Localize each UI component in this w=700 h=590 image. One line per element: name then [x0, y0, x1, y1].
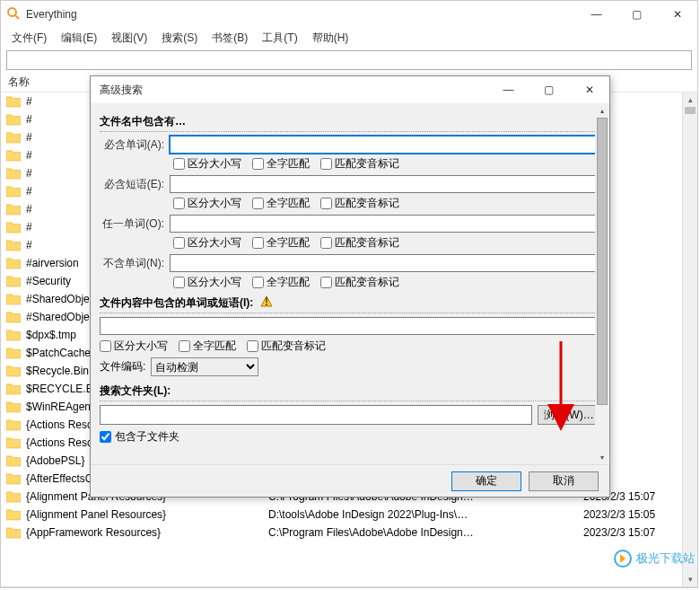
- dialog-scroll-down[interactable]: ▾: [595, 450, 609, 464]
- chk-case-4[interactable]: 区分大小写: [173, 275, 241, 290]
- row-name: {AppFramework Resources}: [26, 526, 268, 539]
- chk-whole-2[interactable]: 全字匹配: [252, 196, 310, 211]
- watermark-text: 极光下载站: [636, 550, 695, 567]
- chk-diac-4[interactable]: 匹配变音标记: [320, 275, 399, 290]
- row-phrase-options: 区分大小写 全字匹配 匹配变音标记: [173, 196, 600, 211]
- warning-icon: !: [260, 295, 273, 311]
- chk-whole-content[interactable]: 全字匹配: [179, 339, 236, 354]
- chk-case-2[interactable]: 区分大小写: [173, 196, 241, 211]
- cancel-button[interactable]: 取消: [529, 471, 599, 491]
- row-none: 不含单词(N):: [100, 254, 600, 272]
- dialog-scroll-thumb[interactable]: [597, 118, 608, 405]
- row-content: [100, 317, 600, 335]
- menu-bookmark[interactable]: 书签(B): [205, 29, 255, 48]
- input-folder[interactable]: [100, 405, 532, 425]
- row-any: 任一单词(O):: [100, 215, 600, 233]
- svg-text:!: !: [265, 295, 268, 308]
- advanced-search-dialog: 高级搜索 — ▢ ✕ 文件名中包含有… 必含单词(A): 区分大小写 全字匹配 …: [90, 75, 610, 498]
- label-phrase: 必含短语(E):: [100, 177, 170, 192]
- close-button[interactable]: ✕: [657, 1, 697, 28]
- menu-search[interactable]: 搜索(S): [154, 29, 205, 48]
- app-title: Everything: [26, 8, 576, 21]
- minimize-button[interactable]: —: [576, 1, 617, 28]
- scroll-up-arrow[interactable]: ▴: [683, 92, 697, 107]
- menu-tools[interactable]: 工具(T): [255, 29, 304, 48]
- chk-whole-4[interactable]: 全字匹配: [252, 275, 310, 290]
- row-phrase: 必含短语(E):: [100, 175, 600, 193]
- search-row: [1, 48, 697, 73]
- ok-button[interactable]: 确定: [451, 471, 521, 491]
- menu-view[interactable]: 视图(V): [104, 29, 154, 48]
- row-none-options: 区分大小写 全字匹配 匹配变音标记: [173, 275, 600, 290]
- table-row[interactable]: {Alignment Panel Resources}D:\tools\Adob…: [1, 506, 682, 524]
- menu-help[interactable]: 帮助(H): [305, 29, 356, 48]
- dialog-scrollbar[interactable]: ▴ ▾: [595, 103, 609, 464]
- row-content-options: 区分大小写 全字匹配 匹配变音标记: [100, 339, 600, 354]
- row-encoding: 文件编码: 自动检测: [100, 357, 600, 376]
- svg-line-1: [15, 15, 19, 19]
- section-filename: 文件名中包含有…: [100, 114, 600, 132]
- input-none[interactable]: [170, 254, 600, 272]
- vertical-scrollbar[interactable]: ▴ ▾: [682, 92, 697, 586]
- dialog-buttons: 确定 取消: [91, 464, 609, 497]
- chk-diac-2[interactable]: 匹配变音标记: [320, 196, 399, 211]
- row-path: D:\tools\Adobe InDesign 2022\Plug-Ins\…: [268, 508, 583, 521]
- label-encoding: 文件编码:: [100, 359, 145, 374]
- watermark: 极光下载站: [613, 549, 695, 568]
- row-date: 2023/2/3 15:05: [583, 508, 682, 521]
- row-folder: 浏览(W)…: [100, 405, 600, 425]
- chk-whole-3[interactable]: 全字匹配: [252, 235, 310, 251]
- scroll-thumb[interactable]: [685, 107, 696, 114]
- svg-point-0: [8, 8, 16, 16]
- chk-diac-3[interactable]: 匹配变音标记: [320, 235, 399, 251]
- watermark-icon: [613, 549, 633, 568]
- menubar: 文件(F) 编辑(E) 视图(V) 搜索(S) 书签(B) 工具(T) 帮助(H…: [1, 28, 697, 48]
- label-none: 不含单词(N):: [100, 256, 170, 271]
- dialog-maximize-button[interactable]: ▢: [529, 76, 569, 103]
- menu-file[interactable]: 文件(F): [4, 29, 54, 48]
- dialog-title: 高级搜索: [100, 83, 488, 98]
- label-any: 任一单词(O):: [100, 216, 170, 232]
- chk-case-3[interactable]: 区分大小写: [173, 235, 241, 251]
- input-any[interactable]: [170, 215, 600, 233]
- input-content[interactable]: [100, 317, 600, 335]
- section-folder: 搜索文件夹(L):: [100, 383, 600, 401]
- dialog-scroll-up[interactable]: ▴: [595, 103, 609, 118]
- chk-case-content[interactable]: 区分大小写: [100, 339, 168, 354]
- row-all-words: 必含单词(A):: [100, 136, 600, 154]
- input-phrase[interactable]: [170, 175, 600, 193]
- app-icon: [6, 6, 21, 23]
- dialog-minimize-button[interactable]: —: [488, 76, 529, 103]
- select-encoding[interactable]: 自动检测: [151, 357, 258, 376]
- row-subfolders: 包含子文件夹: [100, 429, 600, 445]
- dialog-titlebar: 高级搜索 — ▢ ✕: [91, 76, 609, 103]
- chk-whole-1[interactable]: 全字匹配: [252, 156, 310, 172]
- section-content: 文件内容中包含的单词或短语(I): !: [100, 295, 600, 313]
- row-date: 2023/2/3 15:07: [583, 526, 682, 539]
- maximize-button[interactable]: ▢: [617, 1, 657, 28]
- row-path: C:\Program Files\Adobe\Adobe InDesign…: [268, 526, 583, 539]
- chk-case-1[interactable]: 区分大小写: [173, 156, 241, 172]
- chk-diac-1[interactable]: 匹配变音标记: [320, 156, 399, 172]
- chk-diac-content[interactable]: 匹配变音标记: [247, 339, 326, 354]
- menu-edit[interactable]: 编辑(E): [54, 29, 104, 48]
- dialog-body: 文件名中包含有… 必含单词(A): 区分大小写 全字匹配 匹配变音标记 必含短语…: [91, 103, 609, 464]
- status-bar: 862,537 个对象: [1, 586, 697, 590]
- row-name: {Alignment Panel Resources}: [26, 508, 268, 521]
- browse-button[interactable]: 浏览(W)…: [538, 405, 600, 425]
- dialog-close-button[interactable]: ✕: [569, 76, 609, 103]
- input-all-words[interactable]: [170, 136, 600, 154]
- row-all-options: 区分大小写 全字匹配 匹配变音标记: [173, 156, 600, 172]
- scroll-down-arrow[interactable]: ▾: [683, 572, 697, 586]
- label-subfolders: 包含子文件夹: [115, 429, 179, 445]
- chk-subfolders[interactable]: [100, 431, 111, 443]
- label-all-words: 必含单词(A):: [100, 137, 170, 153]
- search-input[interactable]: [6, 50, 692, 70]
- titlebar: Everything — ▢ ✕: [1, 1, 697, 28]
- table-row[interactable]: {AppFramework Resources}C:\Program Files…: [1, 524, 682, 542]
- row-any-options: 区分大小写 全字匹配 匹配变音标记: [173, 235, 600, 251]
